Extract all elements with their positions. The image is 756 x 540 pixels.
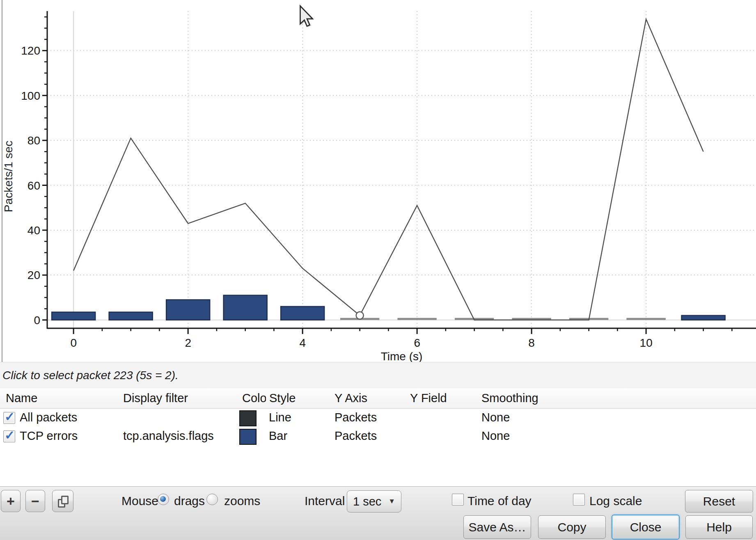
- graph-list-table: Name Display filter Colo Style Y Axis Y …: [0, 388, 756, 486]
- time-of-day-label[interactable]: Time of day: [467, 494, 531, 508]
- duplicate-icon: [58, 496, 68, 507]
- graph-style: Line: [269, 408, 291, 427]
- mouse-zooms-label[interactable]: zooms: [224, 494, 260, 508]
- hint-bar: Click to select packet 223 (5s = 2).: [0, 362, 756, 389]
- selected-point-marker[interactable]: [356, 312, 364, 319]
- graph-style: Bar: [269, 427, 287, 445]
- mouse-zooms-radio[interactable]: [206, 494, 218, 505]
- duplicate-graph-button[interactable]: [52, 490, 73, 512]
- hint-text: Click to select packet 223 (5s = 2).: [0, 369, 179, 382]
- svg-text:4: 4: [299, 336, 306, 349]
- axes: 0204060801001200246810: [21, 11, 756, 349]
- svg-text:0: 0: [70, 336, 77, 349]
- graph-y-axis: Packets: [334, 408, 377, 427]
- column-header-style[interactable]: Style: [266, 388, 334, 409]
- reset-button[interactable]: Reset: [685, 490, 753, 513]
- svg-text:100: 100: [21, 89, 40, 102]
- graph-smoothing: None: [481, 408, 510, 427]
- graph-enabled-checkbox[interactable]: ✓: [3, 412, 15, 424]
- bar-series-tcp-errors: [52, 295, 725, 320]
- mouse-drags-label[interactable]: drags: [174, 494, 205, 508]
- graph-name: All packets: [20, 408, 77, 427]
- remove-graph-button[interactable]: −: [25, 490, 45, 512]
- gridlines: [47, 11, 756, 328]
- svg-text:2: 2: [185, 336, 191, 349]
- column-header-name[interactable]: Name: [0, 388, 124, 409]
- io-graph-chart-area[interactable]: 0204060801001200246810Packets/1 secTime …: [0, 0, 756, 362]
- mouse-cursor-icon: [300, 6, 314, 27]
- x-axis-title: Time (s): [381, 350, 423, 362]
- time-of-day-checkbox[interactable]: [452, 494, 464, 506]
- svg-text:0: 0: [34, 314, 40, 327]
- interval-label: Interval: [305, 494, 345, 508]
- graph-color-swatch: [239, 410, 257, 426]
- svg-text:20: 20: [27, 269, 40, 281]
- add-graph-button[interactable]: +: [1, 490, 21, 512]
- close-button[interactable]: Close: [612, 515, 680, 540]
- save-as-button[interactable]: Save As…: [463, 515, 531, 539]
- graph-smoothing: None: [481, 427, 510, 445]
- io-graph-plot[interactable]: 0204060801001200246810Packets/1 secTime …: [0, 0, 756, 362]
- column-header-y-field[interactable]: Y Field: [406, 388, 482, 409]
- svg-text:120: 120: [21, 44, 40, 57]
- graph-color-swatch: [239, 429, 257, 445]
- log-scale-label[interactable]: Log scale: [589, 494, 642, 508]
- column-header-y-axis[interactable]: Y Axis: [330, 388, 411, 409]
- mouse-label: Mouse: [121, 494, 158, 508]
- mouse-drags-radio[interactable]: [158, 494, 169, 505]
- copy-button[interactable]: Copy: [538, 515, 606, 539]
- svg-text:60: 60: [27, 179, 40, 192]
- svg-text:40: 40: [27, 224, 40, 237]
- column-header-smoothing[interactable]: Smoothing: [478, 388, 756, 409]
- graph-enabled-checkbox[interactable]: ✓: [3, 430, 15, 442]
- y-axis-title: Packets/1 sec: [2, 141, 15, 212]
- svg-text:10: 10: [640, 336, 653, 349]
- log-scale-checkbox[interactable]: [573, 494, 585, 506]
- column-header-display-filter[interactable]: Display filter: [118, 388, 243, 409]
- chevron-down-icon: ▼: [388, 497, 395, 506]
- svg-text:6: 6: [414, 336, 420, 349]
- graph-row-tcp-errors[interactable]: ✓ TCP errors tcp.analysis.flags Bar Pack…: [0, 427, 756, 445]
- help-button[interactable]: Help: [685, 515, 753, 539]
- controls-bar: + − Mouse drags zooms Interval 1 sec ▼ T…: [0, 486, 756, 540]
- svg-text:8: 8: [528, 336, 535, 349]
- graph-name: TCP errors: [20, 427, 78, 445]
- graph-y-axis: Packets: [334, 427, 377, 445]
- io-graph-dialog: 0204060801001200246810Packets/1 secTime …: [0, 0, 756, 540]
- svg-text:80: 80: [27, 134, 40, 147]
- graph-display-filter: tcp.analysis.flags: [123, 427, 214, 445]
- graph-row-all-packets[interactable]: ✓ All packets Line Packets None: [0, 408, 756, 427]
- interval-dropdown[interactable]: 1 sec ▼: [347, 490, 401, 513]
- interval-value: 1 sec: [347, 495, 381, 508]
